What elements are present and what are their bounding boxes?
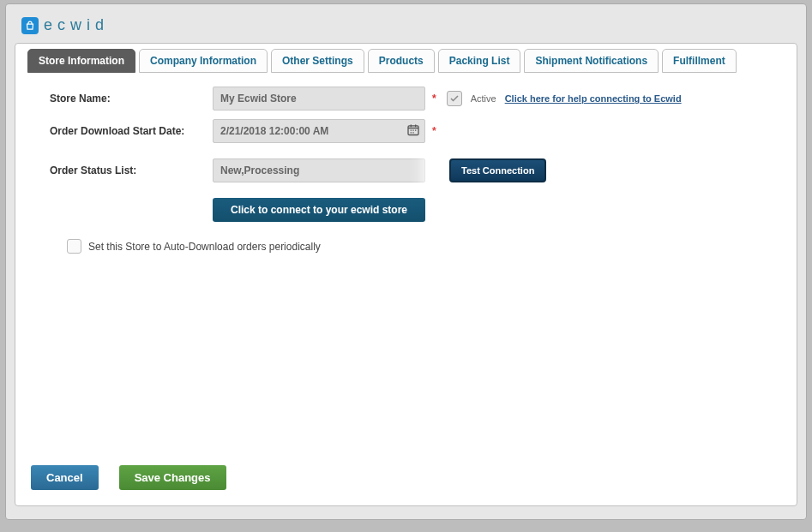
active-checkbox[interactable]: [447, 91, 462, 106]
logo-row: ecwid: [21, 16, 797, 34]
footer-buttons: Cancel Save Changes: [31, 465, 226, 490]
tab-body: Store Name: * Active Click here for help…: [15, 44, 797, 505]
test-connection-highlight: Test Connection: [436, 152, 560, 189]
calendar-icon[interactable]: [406, 123, 420, 140]
tab-container: Store Information Company Information Ot…: [15, 43, 797, 506]
download-date-label: Order Download Start Date:: [50, 125, 213, 137]
page-backdrop: ecwid Store Information Company Informat…: [0, 0, 812, 532]
row-store-name: Store Name: * Active Click here for help…: [50, 87, 779, 111]
connect-ecwid-button[interactable]: Click to connect to your ecwid store: [213, 198, 425, 222]
store-name-label: Store Name:: [50, 93, 213, 105]
row-auto-download: Set this Store to Auto-Download orders p…: [67, 239, 779, 254]
order-status-input[interactable]: [213, 158, 425, 182]
logo-text: ecwid: [44, 16, 109, 34]
test-connection-button[interactable]: Test Connection: [449, 158, 546, 182]
auto-download-checkbox[interactable]: [67, 239, 81, 254]
row-order-status: Order Status List: Test Connection: [50, 152, 779, 189]
active-label: Active: [471, 93, 496, 104]
auto-download-label: Set this Store to Auto-Download orders p…: [88, 241, 321, 253]
cancel-button[interactable]: Cancel: [31, 465, 99, 490]
help-link[interactable]: Click here for help connecting to Ecwid: [505, 93, 682, 104]
required-marker: *: [432, 125, 436, 137]
row-download-date: Order Download Start Date:: [50, 119, 779, 143]
row-connect: Click to connect to your ecwid store: [50, 198, 779, 222]
required-marker: *: [432, 93, 436, 105]
ecwid-bag-icon: [21, 17, 39, 34]
order-status-label: Order Status List:: [50, 164, 213, 176]
download-date-wrap: [213, 119, 425, 143]
download-date-input[interactable]: [213, 119, 425, 143]
save-button[interactable]: Save Changes: [119, 465, 226, 490]
main-card: ecwid Store Information Company Informat…: [5, 3, 807, 520]
store-name-input[interactable]: [213, 87, 425, 111]
